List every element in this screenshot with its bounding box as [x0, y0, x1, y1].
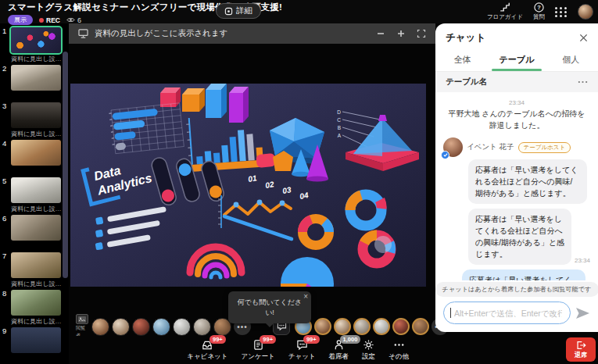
- slide-thumbnail-image[interactable]: [11, 27, 61, 53]
- user-avatar[interactable]: [578, 4, 593, 20]
- table-host-badge: テーブルホスト: [518, 142, 571, 153]
- slide-thumbnail-item[interactable]: 8 資料に見出し設…: [0, 289, 64, 327]
- tooltip-text: 何でも聞いてください!: [238, 298, 302, 316]
- system-message: 平野大地 さんのテーブル名への招待を辞退しました。: [448, 109, 585, 131]
- slide-thumbnail-item[interactable]: 6: [0, 214, 64, 252]
- zoom-out-icon[interactable]: [376, 29, 385, 38]
- slide-thumbnail-image[interactable]: [11, 177, 61, 203]
- survey-badge: 99+: [260, 335, 276, 344]
- message-bubble: 応募者は「早い選考をしてくれる会社ほど自分への興味/期待がある」と感じます。: [468, 159, 587, 204]
- participant-avatar[interactable]: [152, 318, 170, 336]
- apps-grid-icon[interactable]: [555, 7, 568, 17]
- slide-number: 6: [2, 214, 11, 223]
- mode-badge: 展示: [8, 15, 33, 25]
- slide-thumbnail-image[interactable]: [11, 290, 61, 316]
- seated-avatar[interactable]: [392, 318, 410, 335]
- pyramid-label-a: A: [338, 133, 342, 138]
- chat-message: 応募者は「早い選考をしてくれる会社ほど自分への興味/期待がある」と感じます。: [468, 159, 590, 204]
- message-bubble: 応募者は「早い選考をしてくれる会社ほど自分への興味/期待がある」と感じます。: [462, 269, 585, 280]
- slide-number: 1: [2, 27, 11, 35]
- participant-avatar[interactable]: [193, 318, 211, 336]
- seated-avatar[interactable]: [373, 318, 390, 335]
- tab-personal[interactable]: 個人: [544, 49, 598, 71]
- slide-thumbnail-image[interactable]: [11, 102, 61, 128]
- table-room-bar: テーブル名: [435, 72, 598, 92]
- pyramid-label-b: B: [338, 125, 341, 130]
- chat-tabs: 全体 テーブル 個人: [435, 49, 598, 72]
- seated-avatar[interactable]: [314, 318, 331, 335]
- slide-thumbnail-item[interactable]: 1 資料に見出し設…: [0, 27, 64, 64]
- system-message-time: 23:34: [443, 99, 590, 106]
- room-menu-icon[interactable]: [578, 80, 588, 84]
- bottom-toolbar: キャビネット 99+ アンケート 99+ チャット 99+ 着席者 1,000 …: [69, 336, 435, 364]
- question-icon: ?: [534, 2, 544, 12]
- chat-badge: 99+: [303, 335, 320, 344]
- slide-number: 8: [2, 289, 11, 298]
- attendees-button[interactable]: 着席者 1,000: [329, 339, 349, 362]
- send-icon: [575, 307, 590, 319]
- more-button[interactable]: その他: [389, 339, 409, 362]
- slide-thumbnail-image[interactable]: [11, 215, 61, 241]
- tab-all[interactable]: 全体: [435, 49, 489, 71]
- viewers-image-icon: [76, 314, 88, 324]
- viewer-count: 6: [66, 16, 81, 24]
- tooltip-close-icon[interactable]: ×: [303, 293, 308, 301]
- question-button[interactable]: ? 質問: [533, 2, 545, 21]
- chat-input-row: [435, 302, 598, 332]
- slide-thumbnail-item[interactable]: 5 資料に見出し設…: [0, 177, 64, 214]
- cabinet-button[interactable]: キャビネット 99+: [187, 339, 227, 362]
- participant-avatar[interactable]: [91, 318, 109, 336]
- pyramid-label-c: C: [337, 117, 341, 123]
- cabinet-badge: 99+: [209, 335, 226, 344]
- sidebar-scrollbar[interactable]: [63, 52, 68, 278]
- message-bubble: 応募者は「早い選考をしてくれる会社ほど自分への興味/期待がある」と感じます。: [468, 209, 571, 265]
- settings-button[interactable]: 設定: [362, 339, 375, 362]
- chat-close-icon[interactable]: [579, 34, 588, 42]
- tab-table[interactable]: テーブル: [489, 49, 543, 71]
- slide-thumbnail-image[interactable]: [11, 65, 61, 91]
- floor-guide-button[interactable]: フロアガイド: [487, 2, 523, 21]
- document-icon: [78, 29, 88, 38]
- slide-thumbnail-image[interactable]: [11, 140, 61, 166]
- zoom-in-icon[interactable]: [396, 29, 406, 38]
- participant-avatar[interactable]: [173, 318, 191, 336]
- details-button[interactable]: 詳細: [216, 3, 261, 19]
- verified-check-icon: [441, 151, 449, 159]
- floor-guide-icon: [500, 2, 510, 12]
- chat-message-own: 23:34 応募者は「早い選考をしてくれる会社ほど自分への興味/期待がある」と感…: [443, 269, 585, 280]
- chat-message-input[interactable]: [443, 302, 571, 324]
- slide-thumbnail-item[interactable]: 4: [0, 139, 64, 177]
- survey-button[interactable]: アンケート 99+: [242, 339, 275, 362]
- seated-avatar[interactable]: [353, 318, 371, 335]
- sender-name: イベント 花子: [467, 142, 514, 152]
- svg-text:?: ?: [537, 4, 541, 11]
- seated-avatar[interactable]: [412, 318, 429, 335]
- slide-thumbnail-item[interactable]: 3 資料に見出し設…: [0, 102, 64, 139]
- participant-avatar[interactable]: [132, 318, 150, 336]
- slide-thumbnail-rail: 1 資料に見出し設… 2 3 資料に見出し設… 4 5: [0, 23, 69, 364]
- chat-message-list: 23:34 平野大地 さんのテーブル名への招待を辞退しました。 イベント 花子 …: [435, 92, 598, 280]
- slide-number: 4: [2, 139, 11, 148]
- chat-button[interactable]: チャット 99+: [288, 339, 316, 362]
- recording-indicator: REC: [39, 16, 60, 24]
- pyramid-label-d: D: [337, 109, 341, 115]
- send-button[interactable]: [575, 307, 590, 319]
- slide-thumbnail-item[interactable]: 7 資料に見出し設…: [0, 252, 64, 289]
- sender-avatar[interactable]: [443, 137, 463, 157]
- leave-seat-button[interactable]: 退席: [566, 337, 596, 362]
- slide-thumbnail-image[interactable]: [11, 327, 61, 353]
- slide-thumbnail-item[interactable]: 9: [0, 327, 64, 364]
- slide-thumbnail-image[interactable]: [11, 252, 61, 278]
- exit-icon: [576, 341, 586, 350]
- slide-number: 9: [2, 327, 11, 335]
- slide-thumbnail-caption: 資料に見出し設…: [11, 280, 63, 288]
- seated-avatar[interactable]: [334, 318, 351, 335]
- document-header: 資料の見出しがここに表示されます: [69, 23, 435, 44]
- text-caret: [450, 308, 451, 318]
- slide-thumbnail-item[interactable]: 2: [0, 64, 64, 102]
- participant-avatar[interactable]: [112, 318, 130, 336]
- chat-message: 応募者は「早い選考をしてくれる会社ほど自分への興味/期待がある」と感じます。 2…: [468, 209, 590, 265]
- slide-number: 5: [2, 177, 11, 185]
- slide-number: 7: [2, 252, 11, 260]
- fullscreen-icon[interactable]: [417, 29, 426, 38]
